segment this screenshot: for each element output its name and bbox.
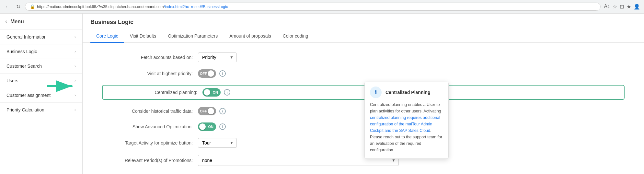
show-advanced-control: ON i (198, 122, 226, 131)
tab-color-coding[interactable]: Color coding (277, 30, 314, 43)
historical-traffic-label: Consider historical traffic data: (102, 109, 193, 114)
sidebar-item-customer-search[interactable]: Customer Search › (0, 59, 82, 74)
sidebar-item-label: Business Logic (6, 49, 37, 54)
relevant-periods-label: Relevant Period(s) of Promotions: (102, 158, 193, 163)
toggle-knob (204, 89, 210, 96)
info-circle-icon: ℹ (375, 89, 377, 96)
centralized-planning-row: Centralized planning: ON i (102, 85, 625, 100)
chevron-right-icon: › (75, 108, 76, 112)
tooltip-highlight: centralized planning requires additional… (370, 115, 440, 133)
centralized-planning-control: ON i (202, 88, 230, 97)
tooltip-icon-circle: ℹ (370, 87, 382, 98)
historical-traffic-info-icon[interactable]: i (219, 108, 226, 114)
show-advanced-toggle[interactable]: ON (198, 122, 216, 131)
tab-optimization-parameters[interactable]: Optimization Parameters (162, 30, 224, 43)
tab-visit-defaults[interactable]: Visit Defaults (124, 30, 162, 43)
toggle-knob (208, 70, 214, 77)
toggle-off-label: OFF (200, 72, 207, 75)
target-activity-control: Tour ▼ (198, 138, 237, 148)
content-area: Fetch accounts based on: Priority ▼ Visi… (83, 43, 644, 174)
favorites-icon[interactable]: ★ (627, 4, 631, 10)
centralized-planning-toggle[interactable]: ON (202, 88, 221, 97)
fetch-accounts-select[interactable]: Priority (198, 52, 237, 62)
chevron-right-icon: › (75, 78, 76, 83)
tooltip-body: Centralized planning enables a User to p… (365, 101, 448, 158)
split-view-icon[interactable]: ⊡ (620, 4, 624, 10)
toggle-knob (199, 123, 206, 130)
target-activity-label: Target Activity for optimize button: (102, 140, 193, 145)
sidebar-item-customer-assignment[interactable]: Customer assignment › (0, 88, 82, 103)
tooltip-title: Centralized Planning (385, 90, 430, 95)
sidebar-item-general-information[interactable]: General Information › (0, 30, 82, 44)
visit-highest-priority-control: OFF i (198, 69, 226, 78)
sidebar-item-label: Customer assignment (6, 93, 51, 98)
sidebar-item-label: Users (6, 78, 18, 83)
back-button[interactable]: ← (4, 3, 12, 11)
toggle-off-label: OFF (200, 109, 207, 113)
chevron-right-icon: › (75, 93, 76, 98)
tab-core-logic[interactable]: Core Logic (90, 30, 124, 43)
show-advanced-row: Show Advanced Optimization: ON i (102, 122, 625, 131)
target-activity-row: Target Activity for optimize button: Tou… (102, 138, 625, 148)
page-title: Business Logic (90, 19, 636, 26)
target-activity-select[interactable]: Tour (198, 138, 237, 148)
show-advanced-info-icon[interactable]: i (219, 123, 226, 130)
sidebar-item-label: Customer Search (6, 64, 42, 69)
chevron-right-icon: › (75, 64, 76, 68)
tabs: Core Logic Visit Defaults Optimization P… (90, 30, 636, 42)
sidebar-item-label: Priority Calculation (6, 107, 44, 112)
bookmark-icon[interactable]: ☆ (613, 4, 617, 10)
url-bar: 🔒 https://maitouradmincockpit-bok68z7w35… (25, 3, 601, 11)
fetch-accounts-row: Fetch accounts based on: Priority ▼ (102, 52, 625, 62)
chevron-right-icon: › (75, 35, 76, 39)
page-header: Business Logic Core Logic Visit Defaults… (83, 14, 644, 43)
sidebar: ‹ Menu General Information › Business Lo… (0, 14, 83, 174)
centralized-planning-label: Centralized planning: (107, 90, 197, 95)
url-text: https://maitouradmincockpit-bok68z7w35.d… (37, 5, 228, 9)
tooltip-popup: ℹ Centralized Planning Centralized plann… (364, 82, 449, 159)
toggle-on-label: ON (213, 90, 218, 94)
fetch-accounts-control: Priority ▼ (198, 52, 237, 62)
chevron-right-icon: › (75, 49, 76, 54)
browser-actions: A↕ ☆ ⊡ ★ 👤 (604, 4, 640, 10)
visit-highest-priority-label: Visit at highest priority: (102, 71, 193, 76)
visit-highest-priority-toggle[interactable]: OFF (198, 69, 216, 78)
text-size-icon[interactable]: A↕ (604, 4, 610, 10)
sidebar-item-label: General Information (6, 34, 47, 40)
sidebar-item-users[interactable]: Users › (0, 74, 82, 88)
menu-title: Menu (10, 19, 24, 25)
show-advanced-label: Show Advanced Optimization: (102, 124, 193, 129)
centralized-planning-info-icon[interactable]: i (224, 89, 230, 96)
relevant-periods-row: Relevant Period(s) of Promotions: none ▼ (102, 155, 625, 166)
tab-amount-of-proposals[interactable]: Amount of proposals (224, 30, 277, 43)
historical-traffic-control: OFF i (198, 107, 226, 115)
fetch-accounts-dropdown-wrapper: Priority ▼ (198, 52, 237, 62)
back-icon: ‹ (5, 18, 7, 25)
fetch-accounts-label: Fetch accounts based on: (102, 55, 193, 60)
visit-priority-info-icon[interactable]: i (219, 70, 226, 77)
toggle-knob (208, 108, 214, 114)
main-content: Business Logic Core Logic Visit Defaults… (83, 14, 644, 174)
historical-traffic-row: Consider historical traffic data: OFF i (102, 107, 625, 115)
sidebar-header[interactable]: ‹ Menu (0, 14, 82, 30)
sidebar-item-priority-calculation[interactable]: Priority Calculation › (0, 103, 82, 117)
target-activity-dropdown-wrapper: Tour ▼ (198, 138, 237, 148)
tooltip-header: ℹ Centralized Planning (365, 82, 448, 101)
app-layout: ‹ Menu General Information › Business Lo… (0, 14, 644, 174)
toggle-on-label: ON (208, 125, 214, 129)
browser-chrome: ← ↻ 🔒 https://maitouradmincockpit-bok68z… (0, 0, 644, 14)
profile-icon[interactable]: 👤 (634, 4, 640, 10)
visit-highest-priority-row: Visit at highest priority: OFF i (102, 69, 625, 78)
historical-traffic-toggle[interactable]: OFF (198, 107, 216, 115)
sidebar-item-business-logic[interactable]: Business Logic › (0, 44, 82, 59)
reload-button[interactable]: ↻ (15, 2, 22, 11)
